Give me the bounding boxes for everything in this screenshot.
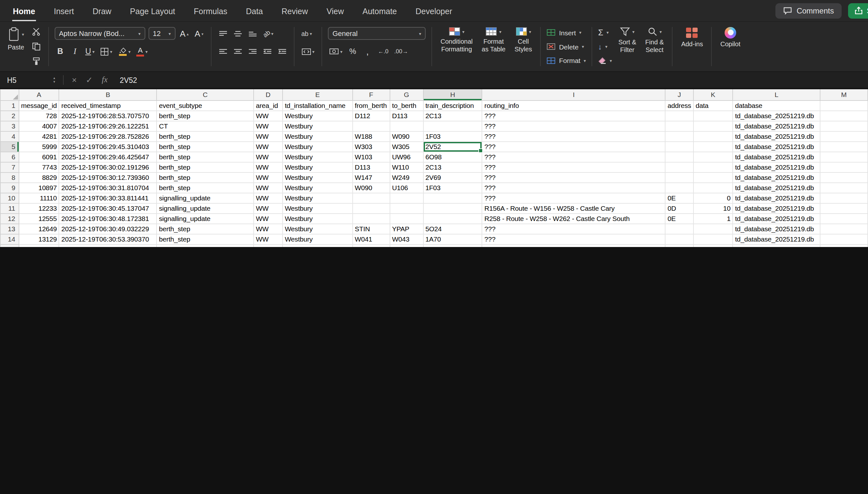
cell-J12[interactable]: 0E (665, 213, 693, 224)
cell-A6[interactable]: 6091 (19, 152, 59, 162)
tab-insert[interactable]: Insert (53, 0, 75, 21)
format-painter-button[interactable] (31, 56, 42, 67)
paste-button[interactable]: ▾ Paste (5, 26, 27, 67)
name-box[interactable]: H5 (0, 76, 50, 84)
cell-D6[interactable]: WW (254, 152, 283, 162)
cell-M1[interactable] (820, 100, 868, 111)
cell-G11[interactable] (390, 203, 423, 213)
fill-button[interactable]: ↓ ▾ (598, 40, 612, 53)
cell-C2[interactable]: berth_step (157, 111, 254, 121)
cell-C12[interactable]: signalling_update (157, 213, 254, 224)
cell-M14[interactable] (820, 234, 868, 244)
cell-E8[interactable]: Westbury (283, 172, 352, 183)
cell-B12[interactable]: 2025-12-19T06:30:48.172381 (59, 213, 157, 224)
cell-L14[interactable]: td_database_20251219.db (733, 234, 820, 244)
row-header-9[interactable]: 9 (0, 183, 19, 193)
cell-I6[interactable]: ??? (482, 152, 666, 162)
cell-B7[interactable]: 2025-12-19T06:30:02.191296 (59, 162, 157, 172)
cell-B10[interactable]: 2025-12-19T06:30:33.811441 (59, 193, 157, 203)
cell-J3[interactable] (665, 121, 693, 131)
select-all-corner[interactable] (0, 89, 19, 100)
cell-C10[interactable]: signalling_update (157, 193, 254, 203)
decrease-decimal-button[interactable]: .00→ (393, 44, 409, 58)
fill-handle[interactable] (479, 148, 483, 153)
cell-D8[interactable]: WW (254, 172, 283, 183)
underline-button[interactable]: U▾ (84, 44, 96, 58)
cell-J11[interactable]: 0D (665, 203, 693, 213)
cell-F11[interactable] (352, 203, 390, 213)
percent-button[interactable]: % (347, 44, 359, 58)
column-header-G[interactable]: G (390, 89, 423, 100)
cell-G4[interactable]: W090 (390, 131, 423, 141)
cell-I1[interactable]: routing_info (482, 100, 666, 111)
cell-K14[interactable] (693, 234, 733, 244)
italic-button[interactable]: I (69, 44, 81, 58)
cell-D7[interactable]: WW (254, 162, 283, 172)
row-header-11[interactable]: 11 (0, 203, 19, 213)
cell-K6[interactable] (693, 152, 733, 162)
cell-H11[interactable] (423, 203, 482, 213)
cell-C7[interactable]: berth_step (157, 162, 254, 172)
column-header-B[interactable]: B (59, 89, 157, 100)
cell-K13[interactable] (693, 224, 733, 234)
row-header-6[interactable]: 6 (0, 152, 19, 162)
cell-H6[interactable]: 6O98 (423, 152, 482, 162)
format-as-table-button[interactable]: ▾ Format as Table (479, 26, 508, 67)
column-header-J[interactable]: J (665, 89, 693, 100)
autosum-button[interactable]: Σ ▾ (598, 26, 612, 39)
cell-B9[interactable]: 2025-12-19T06:30:31.810704 (59, 183, 157, 193)
cell-F10[interactable] (352, 193, 390, 203)
cell-G7[interactable]: W110 (390, 162, 423, 172)
cell-G10[interactable] (390, 193, 423, 203)
cell-L11[interactable]: td_database_20251219.db (733, 203, 820, 213)
cell-G6[interactable]: UW96 (390, 152, 423, 162)
row-header-2[interactable]: 2 (0, 111, 19, 121)
tab-automate[interactable]: Automate (362, 0, 398, 21)
row-header-7[interactable]: 7 (0, 162, 19, 172)
cell-I13[interactable]: ??? (482, 224, 666, 234)
cell-F6[interactable]: W103 (352, 152, 390, 162)
cell-B3[interactable]: 2025-12-19T06:29:26.122251 (59, 121, 157, 131)
cell-G8[interactable]: W249 (390, 172, 423, 183)
cell-L4[interactable]: td_database_20251219.db (733, 131, 820, 141)
increase-decimal-button[interactable]: ←.0 (377, 44, 390, 58)
cell-I8[interactable]: ??? (482, 172, 666, 183)
cell-L8[interactable]: td_database_20251219.db (733, 172, 820, 183)
cell-I14[interactable]: ??? (482, 234, 666, 244)
formula-content[interactable]: 2V52 (112, 76, 137, 84)
cell-C4[interactable]: berth_step (157, 131, 254, 141)
cell-E1[interactable]: td_installation_name (283, 100, 352, 111)
cell-A5[interactable]: 5999 (19, 141, 59, 152)
cell-B15[interactable]: 2025-12-19T06:31:25.556449 (59, 244, 157, 247)
tab-draw[interactable]: Draw (92, 0, 112, 21)
cell-M5[interactable] (820, 141, 868, 152)
row-header-12[interactable]: 12 (0, 213, 19, 224)
cell-E12[interactable]: Westbury (283, 213, 352, 224)
column-header-A[interactable]: A (19, 89, 59, 100)
cell-J1[interactable]: address (665, 100, 693, 111)
cell-J2[interactable] (665, 111, 693, 121)
row-header-3[interactable]: 3 (0, 121, 19, 131)
cell-F12[interactable] (352, 213, 390, 224)
cell-D10[interactable]: WW (254, 193, 283, 203)
copilot-button[interactable]: Copilot (718, 26, 743, 67)
cell-B4[interactable]: 2025-12-19T06:29:28.752826 (59, 131, 157, 141)
cancel-button[interactable]: × (68, 76, 82, 84)
cell-A8[interactable]: 8829 (19, 172, 59, 183)
cell-H12[interactable] (423, 213, 482, 224)
cell-E13[interactable]: Westbury (283, 224, 352, 234)
row-header-10[interactable]: 10 (0, 193, 19, 203)
cell-D15[interactable]: WW (254, 244, 283, 247)
cell-M13[interactable] (820, 224, 868, 234)
cell-K12[interactable]: 1 (693, 213, 733, 224)
orientation-button[interactable]: ab▾ (261, 26, 274, 40)
cell-J5[interactable] (665, 141, 693, 152)
cell-J8[interactable] (665, 172, 693, 183)
cell-K2[interactable] (693, 111, 733, 121)
cell-K5[interactable] (693, 141, 733, 152)
cell-F2[interactable]: D112 (352, 111, 390, 121)
cell-H1[interactable]: train_description (423, 100, 482, 111)
cell-H10[interactable] (423, 193, 482, 203)
align-middle-button[interactable] (232, 26, 243, 40)
conditional-formatting-button[interactable]: ▾ Conditional Formatting (438, 26, 475, 67)
